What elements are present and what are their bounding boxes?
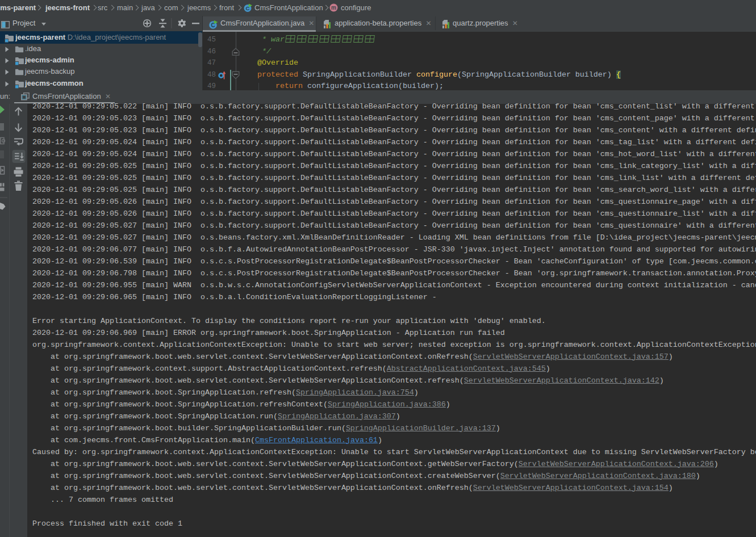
svg-text:m: m [331,5,336,11]
